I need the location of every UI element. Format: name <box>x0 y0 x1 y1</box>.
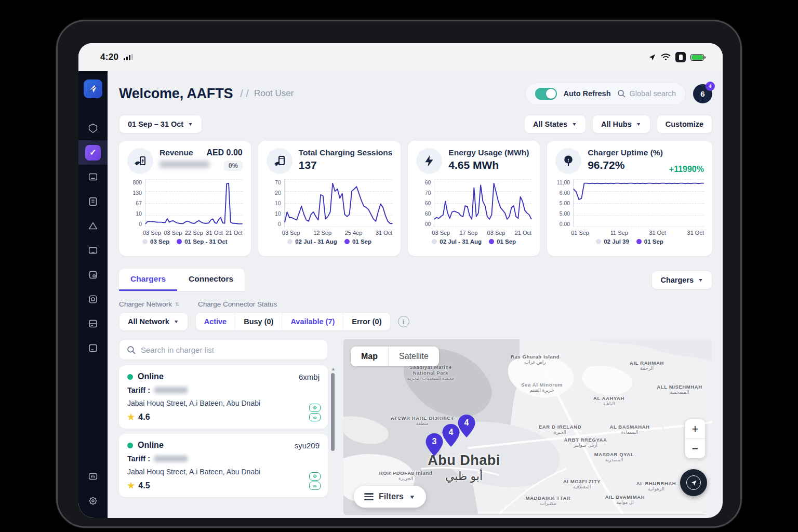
sidebar-item-analytics[interactable] <box>78 464 108 488</box>
blurred-tariff-value <box>154 387 188 393</box>
online-status-dot <box>127 443 133 448</box>
sidebar-item-terminal[interactable] <box>78 336 108 360</box>
date-range-button[interactable]: 01 Sep – 31 Oct ▼ <box>119 115 202 134</box>
kpi-value: 96.72% <box>588 159 663 171</box>
map-filters-button[interactable]: Filters ▼ <box>354 486 426 508</box>
segment-active[interactable]: Active <box>196 313 236 330</box>
charger-search-input[interactable]: Search in charger list <box>119 339 328 360</box>
chevron-down-icon: ▼ <box>698 277 703 283</box>
charger-status: Online <box>138 441 164 450</box>
map-cluster-pin[interactable]: 4 <box>442 423 460 447</box>
legend: 02 Jul - 31 Aug 01 Sep <box>267 238 393 245</box>
all-hubs-label: All Hubs <box>601 120 632 128</box>
tablet-frame: 4:20 ✓ <box>56 20 742 528</box>
scrollbar-thumb[interactable] <box>331 373 335 451</box>
sidebar-item-box[interactable] <box>78 262 108 287</box>
all-states-button[interactable]: All States▼ <box>524 115 586 134</box>
tab-connectors[interactable]: Connectors <box>177 269 245 291</box>
zoom-in-button[interactable]: + <box>685 419 705 438</box>
legend: 03 Sep 01 Sep - 31 Oct <box>127 238 243 245</box>
header-pill: Auto Refresh Global search <box>525 83 686 105</box>
sort-icon: ⇅ <box>175 301 179 307</box>
connector-icons: ⟐∞ <box>309 404 321 421</box>
segment-busy[interactable]: Busy (0) <box>235 313 282 330</box>
connector-type-icon: ∞ <box>309 413 321 421</box>
auto-refresh-label: Auto Refresh <box>563 89 610 98</box>
sidebar-item-sessions[interactable] <box>78 287 108 311</box>
map-place-label: AIL RAHMAHالرحمة <box>630 360 664 371</box>
legend: 02 Jul - 31 Aug 01 Sep <box>416 238 531 245</box>
chevron-down-icon: ▼ <box>174 319 179 324</box>
charger-list-item[interactable]: Online 6xmbj Tariff : Jabai Houq Street,… <box>119 365 328 429</box>
y-axis: 6070606000 <box>416 179 434 227</box>
blurred-revenue-value <box>159 161 209 168</box>
x-axis: 03 Sep17 Sep03 Sep21 Oct <box>416 230 531 236</box>
wifi-icon <box>661 54 671 61</box>
sidebar-item-dashboard-active[interactable]: ✓ <box>78 140 108 165</box>
global-search-placeholder: Global search <box>630 89 676 98</box>
notification-count: 6 <box>700 89 704 98</box>
kpi-card-revenue: Revenue AED 0.00 0% 80013067100 <box>119 141 251 256</box>
screen: 4:20 ✓ <box>78 43 723 518</box>
sidebar-item-home[interactable] <box>78 116 108 140</box>
breadcrumb-role: Root User <box>254 88 294 99</box>
y-axis: 702010100 <box>267 179 284 227</box>
charger-address: Jabal Houq Street, A.i Bateen, Abu Dnabi <box>127 468 320 476</box>
map-place-label: Saadiyat Marine National Parkمحمية السعد… <box>400 364 462 381</box>
city-label: Abu Dhabi أبو ظبي <box>428 453 500 483</box>
tariff-label: Tariff : <box>127 386 150 394</box>
map-cluster-pin[interactable]: 3 <box>425 433 444 457</box>
x-axis: 01 Sep11 Sep31 Oct31 Oct <box>555 230 704 236</box>
sidebar-item-list[interactable] <box>78 311 108 336</box>
sidebar-item-alerts[interactable] <box>78 214 108 238</box>
charger-address: Jabai Houq Street, A.i Bateen, Abu Dnabi <box>127 399 320 407</box>
kpi-value: 4.65 MWh <box>448 159 531 171</box>
sidebar-item-monitor[interactable] <box>78 165 108 189</box>
global-search[interactable]: Global search <box>617 89 676 98</box>
map-place-label: AIL BVAMIMAHال موانية <box>605 494 645 505</box>
scroll-up-icon[interactable]: ▲ <box>331 366 335 371</box>
map-button[interactable]: Map <box>351 347 388 366</box>
list-scrollbar[interactable]: ▲ <box>331 366 335 515</box>
chargers-dropdown[interactable]: Chargers▼ <box>651 271 712 289</box>
all-network-label: All Network <box>128 317 169 326</box>
connector-type-icon: ⟐ <box>309 404 321 412</box>
auto-refresh-toggle[interactable] <box>535 88 557 100</box>
sparkline-plot <box>284 179 393 227</box>
kpi-card-uptime: Charger Uptime (%) 96.72% +11990% 11,006… <box>547 141 712 256</box>
app-logo[interactable] <box>84 79 102 98</box>
all-states-label: All States <box>533 120 567 128</box>
connector-status-label: Charge Connector Status <box>198 300 277 308</box>
tariff-label: Tariff : <box>127 455 150 463</box>
satellite-button[interactable]: Satellite <box>389 347 439 366</box>
charger-list-item[interactable]: Online syu209 Tariff : Jabal Houq Street… <box>119 434 328 497</box>
sidebar-item-reports[interactable] <box>78 189 108 214</box>
sidebar-item-tablet[interactable] <box>78 238 108 262</box>
all-network-dropdown[interactable]: All Network▼ <box>119 312 188 331</box>
energy-bolt-icon <box>416 148 442 174</box>
kpi-value: 137 <box>299 159 393 171</box>
locate-me-button[interactable] <box>680 469 707 496</box>
sidebar: ✓ <box>78 71 108 518</box>
connector-type-icon: ⟐ <box>309 472 321 481</box>
notification-plus-badge: + <box>706 82 715 91</box>
charger-search-placeholder: Search in charger list <box>141 345 214 354</box>
clock: 4:20 <box>100 52 118 62</box>
kpi-delta: +11990% <box>669 165 704 174</box>
battery-widget-icon <box>675 52 686 62</box>
star-icon: ★ <box>127 481 135 490</box>
sidebar-item-settings[interactable] <box>78 488 108 513</box>
info-icon[interactable]: i <box>398 316 409 327</box>
notifications-avatar[interactable]: 6 + <box>693 84 712 103</box>
charger-rating: 4.6 <box>138 413 150 422</box>
chargers-dropdown-label: Chargers <box>660 276 694 284</box>
map[interactable]: Ras Ghurab Islandراس غراب Saadiyat Marin… <box>343 339 712 515</box>
zoom-out-button[interactable]: − <box>685 439 705 458</box>
customize-button[interactable]: Customize <box>657 115 712 134</box>
kpi-card-sessions: Total Charging Sessions 137 702010100 <box>258 141 401 256</box>
segment-available[interactable]: Available (7) <box>282 313 343 330</box>
all-hubs-button[interactable]: All Hubs▼ <box>592 115 650 134</box>
segment-error[interactable]: Error (0) <box>343 313 390 330</box>
tab-chargers[interactable]: Chargers <box>119 269 177 291</box>
revenue-icon <box>127 148 153 174</box>
